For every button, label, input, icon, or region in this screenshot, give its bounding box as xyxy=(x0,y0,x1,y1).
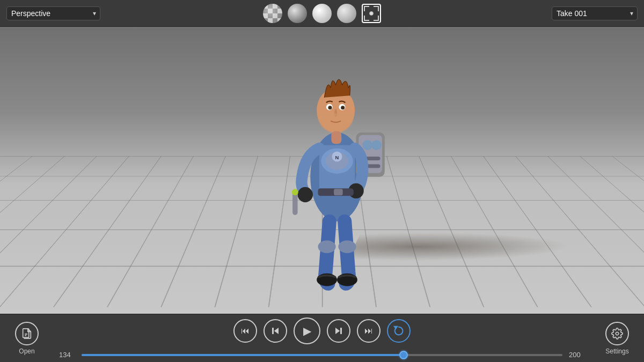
checkerboard-sphere-btn[interactable] xyxy=(263,4,282,23)
loop-button[interactable] xyxy=(387,319,411,343)
svg-rect-11 xyxy=(331,131,341,144)
svg-point-9 xyxy=(328,106,332,109)
timeline-fill xyxy=(82,354,404,356)
perspective-select-wrapper[interactable]: Perspective Front Back Left Right Top Bo… xyxy=(6,6,100,20)
playback-buttons: ⏮ ▶ ⏭ xyxy=(233,317,411,344)
step-back-button[interactable] xyxy=(264,319,287,343)
timeline-end-label: 200 xyxy=(569,351,585,359)
skip-to-end-button[interactable]: ⏭ xyxy=(357,319,380,343)
svg-point-18 xyxy=(298,187,313,202)
gear-icon xyxy=(611,328,623,339)
play-button[interactable]: ▶ xyxy=(294,317,320,344)
take-select[interactable]: Take 001 Take 002 Take 003 xyxy=(552,6,638,20)
svg-marker-31 xyxy=(335,328,340,334)
svg-marker-30 xyxy=(274,328,279,334)
viewport[interactable]: N xyxy=(0,27,644,314)
svg-point-20 xyxy=(292,189,298,195)
svg-text:N: N xyxy=(335,154,339,160)
open-button[interactable]: Open xyxy=(11,322,43,355)
camera-frame-btn[interactable] xyxy=(362,4,381,23)
svg-point-25 xyxy=(338,240,356,253)
document-icon xyxy=(21,328,33,339)
take-select-wrapper[interactable]: Take 001 Take 002 Take 003 xyxy=(552,6,638,20)
settings-button[interactable]: Settings xyxy=(601,322,633,355)
top-toolbar: Perspective Front Back Left Right Top Bo… xyxy=(0,0,644,27)
playback-area: ⏮ ▶ ⏭ xyxy=(59,317,585,359)
svg-rect-29 xyxy=(272,328,274,334)
white-sphere-btn[interactable] xyxy=(312,4,332,23)
toolbar-render-modes xyxy=(263,4,381,23)
perspective-select[interactable]: Perspective Front Back Left Right Top Bo… xyxy=(6,6,100,20)
gray-sphere-btn[interactable] xyxy=(288,4,307,23)
settings-label: Settings xyxy=(605,348,628,355)
skip-to-start-button[interactable]: ⏮ xyxy=(233,319,257,343)
svg-rect-23 xyxy=(334,189,343,195)
svg-point-34 xyxy=(616,332,619,335)
svg-marker-33 xyxy=(394,327,398,329)
timeline-thumb[interactable] xyxy=(399,351,408,359)
timeline-start-label: 134 xyxy=(59,351,75,359)
step-forward-frame-button[interactable] xyxy=(327,319,350,343)
timeline-row: 134 200 xyxy=(59,351,585,359)
bottom-controls: Open ⏮ ▶ ⏭ xyxy=(0,314,644,362)
character-container: N xyxy=(262,50,412,291)
timeline-track[interactable] xyxy=(82,354,562,356)
svg-point-10 xyxy=(341,106,345,109)
character-svg: N xyxy=(262,50,412,291)
open-label: Open xyxy=(19,348,34,355)
open-icon xyxy=(15,322,39,345)
svg-point-24 xyxy=(318,240,335,253)
svg-rect-32 xyxy=(340,328,342,334)
settings-icon xyxy=(605,322,629,345)
light-sphere-btn[interactable] xyxy=(337,4,356,23)
svg-point-14 xyxy=(362,140,372,150)
svg-point-15 xyxy=(371,140,382,150)
